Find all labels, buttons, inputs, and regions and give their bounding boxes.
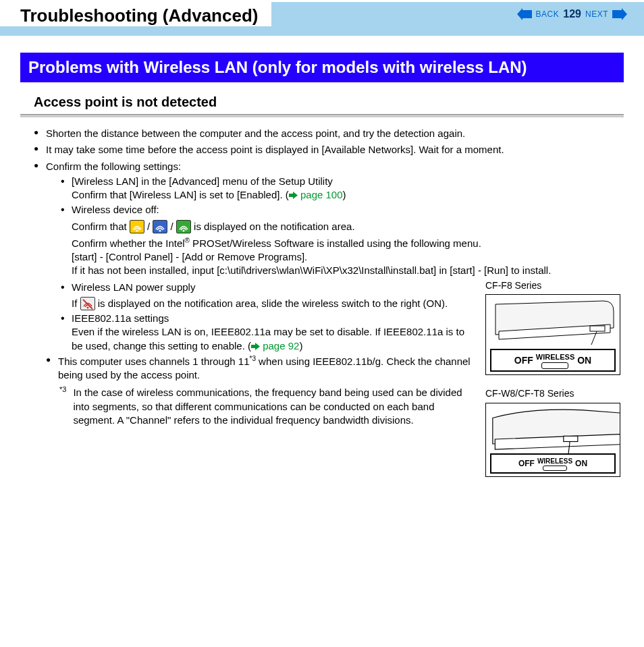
sub-text: ) [343, 189, 346, 200]
back-arrow-icon[interactable] [517, 8, 532, 20]
sub-text: IEEE802.11a settings [72, 312, 169, 324]
footnote-ref: *3 [250, 355, 256, 362]
wifi-off-icon [80, 297, 95, 310]
sub-item: Wireless device off: Confirm that / / is… [61, 203, 624, 277]
sub-text: [start] - [Control Panel] - [Add or Remo… [72, 250, 624, 264]
on-label: ON [577, 354, 591, 367]
svg-rect-11 [564, 437, 578, 442]
svg-point-3 [136, 229, 138, 231]
sub-item: [Wireless LAN] in the [Advanced] menu of… [61, 175, 624, 202]
bullet-text: This computer uses channels 1 through 11 [58, 356, 250, 367]
sub-text: is displayed on the notification area, s… [98, 298, 448, 309]
wifi-yellow-icon [130, 220, 144, 233]
svg-marker-2 [289, 192, 298, 199]
svg-point-5 [182, 229, 184, 231]
sub-text: If it has not been installed, input [c:\… [72, 264, 624, 277]
arrow-right-icon [251, 340, 260, 347]
sub-text: Wireless LAN power supply [72, 281, 195, 293]
figure-cf-w8-t8: OFF WIRELESS ON [485, 403, 620, 477]
next-link[interactable]: NEXT [585, 9, 608, 19]
sub-text: Wireless device off: [72, 204, 159, 215]
divider [20, 114, 624, 117]
on-label: ON [575, 458, 587, 469]
sub-text: Confirm that [Wireless LAN] is set to [E… [72, 189, 289, 200]
wifi-blue-icon [153, 220, 167, 233]
off-label: OFF [514, 354, 533, 367]
sub-text: Confirm whether the Intel [72, 237, 185, 249]
page-number: 129 [563, 8, 581, 20]
wireless-label: WIRELESS [536, 352, 574, 362]
wireless-label: WIRELESS [537, 457, 572, 466]
sub-text: If [72, 298, 80, 309]
off-label: OFF [518, 458, 535, 469]
footnote: *3 In the case of wireless communication… [46, 386, 476, 427]
subsection-heading: Access point is not detected [34, 94, 624, 110]
figure-label: CF-W8/CF-T8 Series [485, 387, 624, 400]
bullet-item: It may take some time before the access … [34, 143, 624, 157]
bullet-item: This computer uses channels 1 through 11… [46, 354, 476, 383]
svg-marker-0 [517, 8, 532, 20]
content-body: Shorten the distance between the compute… [0, 127, 644, 512]
svg-point-6 [86, 306, 88, 308]
sub-text: ) [299, 340, 302, 351]
page-title: Troubleshooting (Advanced) [20, 5, 258, 26]
bullet-text: Confirm the following settings: [46, 161, 181, 172]
bullet-item: Confirm the following settings: [Wireles… [34, 160, 624, 490]
sub-item: Wireless LAN power supply If is displaye… [61, 281, 476, 311]
registered-mark: ® [185, 237, 190, 244]
footnote-text: In the case of wireless communications, … [73, 386, 476, 427]
page-link[interactable]: page 92 [260, 340, 299, 351]
svg-marker-8 [251, 343, 260, 350]
svg-rect-9 [590, 326, 605, 331]
page-link[interactable]: page 100 [298, 189, 343, 200]
wifi-green-icon [176, 220, 191, 233]
arrow-right-icon [289, 189, 298, 196]
sub-text: / [171, 221, 176, 232]
back-link[interactable]: BACK [536, 9, 560, 19]
figure-label: CF-F8 Series [485, 279, 624, 292]
page-header: Troubleshooting (Advanced) BACK 129 NEXT [0, 0, 644, 36]
svg-point-4 [159, 229, 161, 231]
sub-text: [Wireless LAN] in the [Advanced] menu of… [72, 175, 333, 187]
section-banner: Problems with Wireless LAN (only for mod… [20, 53, 624, 82]
nav-strip: BACK 129 NEXT [271, 2, 644, 26]
next-arrow-icon[interactable] [612, 8, 627, 20]
footnote-mark: *3 [59, 385, 66, 426]
sub-text: / [147, 221, 153, 232]
sub-text: PROSet/Wireless Software is installed us… [190, 237, 481, 249]
svg-marker-1 [612, 8, 627, 20]
sub-item: IEEE802.11a settings Even if the wireles… [61, 312, 476, 353]
bullet-item: Shorten the distance between the compute… [34, 127, 624, 140]
sub-text: Confirm that [72, 221, 130, 232]
sub-text: is displayed on the notification area. [194, 221, 354, 232]
figure-cf-f8: OFF WIRELESS ON [485, 294, 620, 375]
